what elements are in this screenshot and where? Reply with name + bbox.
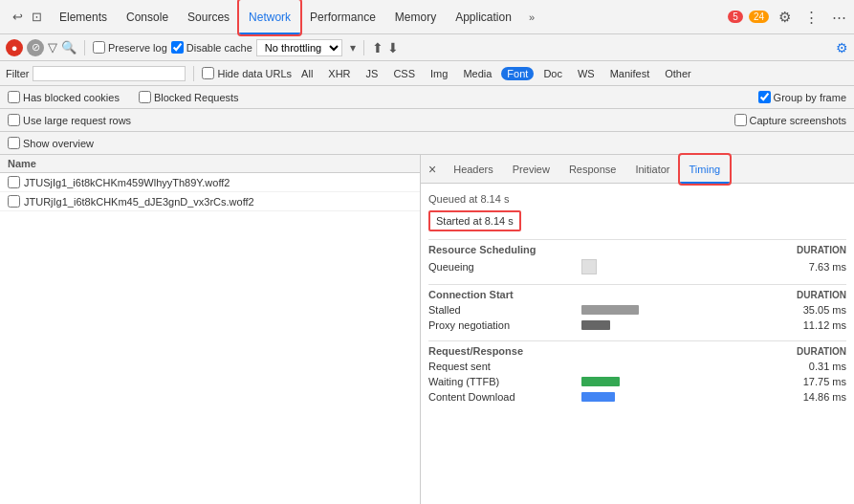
right-panel: × Headers Preview Response Initiator Tim…	[421, 155, 854, 504]
timing-row-ttfb: Waiting (TTFB) 17.75 ms	[428, 374, 846, 389]
filter-chip-css[interactable]: CSS	[387, 67, 421, 80]
tab-right-icons: 5 24 ⚙ ⋮ ⋯	[728, 9, 850, 26]
blocked-requests-input[interactable]	[139, 91, 151, 103]
back-icon[interactable]: ↩	[10, 10, 25, 25]
stop-button[interactable]: ⊘	[27, 39, 44, 56]
connection-start-header: Connection Start DURATION	[428, 284, 846, 302]
hide-data-urls-checkbox[interactable]: Hide data URLs	[202, 67, 292, 79]
group-by-frame-input[interactable]	[758, 91, 771, 103]
undock-icon[interactable]: ⋯	[828, 9, 850, 26]
request-name-1[interactable]: JTUSjIg1_i6t8kCHKm459WlhyyTh89Y.woff2	[24, 177, 230, 188]
separator-2	[363, 40, 364, 55]
export-icon[interactable]: ⬇	[387, 40, 399, 55]
download-bar-area	[581, 392, 789, 402]
throttle-down-icon: ▾	[350, 41, 356, 55]
ttfb-bar-area	[581, 377, 789, 386]
resource-scheduling-header: Resource Scheduling DURATION	[428, 239, 846, 257]
filter-chip-xhr[interactable]: XHR	[322, 67, 356, 80]
capture-screenshots-checkbox[interactable]: Capture screenshots	[734, 114, 847, 126]
download-bar	[581, 392, 615, 402]
request-name-2[interactable]: JTURjIg1_i6t8kCHKm45_dJE3gnD_vx3rCs.woff…	[24, 196, 254, 208]
filter-chip-other[interactable]: Other	[659, 67, 697, 80]
filter-chip-ws[interactable]: WS	[572, 67, 601, 80]
filter-chip-img[interactable]: Img	[425, 67, 453, 80]
filter-label: Filter	[6, 68, 29, 79]
queued-at-info: Queued at 8.14 s	[428, 191, 846, 207]
record-button[interactable]: ●	[6, 39, 23, 56]
more-icon[interactable]: ⋮	[800, 9, 822, 26]
options-row-2: Use large request rows Capture screensho…	[0, 109, 854, 132]
warning-badge: 24	[749, 11, 769, 23]
tab-response[interactable]: Response	[559, 155, 626, 184]
proxy-bar	[581, 320, 610, 330]
row-checkbox-2[interactable]	[8, 195, 20, 208]
filter-chip-js[interactable]: JS	[361, 67, 384, 80]
filter-chip-all[interactable]: All	[296, 67, 318, 80]
queueing-bar	[581, 259, 597, 274]
devtools-tabbar: ↩ ⊡ Elements Console Sources Network Per…	[0, 0, 854, 34]
queueing-bar-area	[581, 259, 789, 274]
tab-elements[interactable]: Elements	[50, 0, 117, 34]
options-row-1: Has blocked cookies Blocked Requests Gro…	[0, 86, 854, 109]
network-settings-icon[interactable]: ⚙	[836, 40, 848, 55]
hide-data-urls-input[interactable]	[202, 67, 214, 79]
disable-cache-input[interactable]	[171, 41, 184, 54]
stalled-bar-area	[581, 305, 789, 315]
tab-headers[interactable]: Headers	[444, 155, 503, 184]
group-by-frame-checkbox[interactable]: Group by frame	[758, 91, 846, 103]
ttfb-bar	[581, 377, 620, 386]
filter-chip-media[interactable]: Media	[457, 67, 497, 80]
tab-overflow[interactable]: »	[521, 11, 542, 23]
filter-chip-doc[interactable]: Doc	[537, 67, 568, 80]
timing-row-request-sent: Request sent 0.31 ms	[428, 359, 846, 374]
search-icon[interactable]: 🔍	[61, 40, 77, 55]
timing-row-stalled: Stalled 35.05 ms	[428, 302, 846, 318]
show-overview-input[interactable]	[8, 137, 20, 149]
forward-icon[interactable]: ⊡	[29, 10, 44, 25]
tab-sources[interactable]: Sources	[178, 0, 239, 34]
has-blocked-cookies-input[interactable]	[8, 91, 20, 103]
filter-chip-manifest[interactable]: Manifest	[604, 67, 656, 80]
filter-input[interactable]	[33, 66, 186, 81]
tab-network[interactable]: Network	[239, 0, 300, 34]
tab-memory[interactable]: Memory	[385, 0, 446, 34]
tab-icons: ↩ ⊡	[4, 10, 50, 25]
table-row[interactable]: JTUSjIg1_i6t8kCHKm459WlhyyTh89Y.woff2	[0, 173, 420, 192]
disable-cache-checkbox[interactable]: Disable cache	[171, 41, 252, 54]
tab-application[interactable]: Application	[446, 0, 521, 34]
blocked-requests-checkbox[interactable]: Blocked Requests	[139, 91, 239, 103]
table-row[interactable]: JTURjIg1_i6t8kCHKm45_dJE3gnD_vx3rCs.woff…	[0, 192, 420, 211]
use-large-rows-input[interactable]	[8, 114, 20, 126]
preserve-log-input[interactable]	[93, 41, 105, 54]
panel-tabs: × Headers Preview Response Initiator Tim…	[421, 155, 854, 184]
connection-start-section: Connection Start DURATION Stalled 35.05 …	[428, 284, 846, 333]
resource-scheduling-section: Resource Scheduling DURATION Queueing 7.…	[428, 239, 846, 276]
options-row-3: Show overview	[0, 132, 854, 155]
request-response-header: Request/Response DURATION	[428, 340, 846, 359]
network-toolbar: ● ⊘ ▽ 🔍 Preserve log Disable cache No th…	[0, 34, 854, 61]
tab-initiator[interactable]: Initiator	[625, 155, 679, 184]
request-response-section: Request/Response DURATION Request sent 0…	[428, 340, 846, 405]
started-at-info: Started at 8.14 s	[428, 210, 521, 231]
proxy-bar-area	[581, 320, 789, 330]
has-blocked-cookies-checkbox[interactable]: Has blocked cookies	[8, 91, 120, 103]
tab-console[interactable]: Console	[117, 0, 178, 34]
filter-chip-font[interactable]: Font	[501, 67, 534, 80]
left-panel: Name JTUSjIg1_i6t8kCHKm459WlhyyTh89Y.wof…	[0, 155, 421, 504]
import-icon[interactable]: ⬆	[372, 40, 383, 55]
tab-performance[interactable]: Performance	[300, 0, 385, 34]
row-checkbox-1[interactable]	[8, 176, 20, 188]
name-column-header: Name	[0, 155, 420, 173]
main-content: Name JTUSjIg1_i6t8kCHKm459WlhyyTh89Y.wof…	[0, 155, 854, 504]
tab-preview[interactable]: Preview	[503, 155, 559, 184]
show-overview-checkbox[interactable]: Show overview	[8, 137, 94, 149]
tab-timing[interactable]: Timing	[680, 155, 731, 184]
close-panel-button[interactable]: ×	[421, 162, 444, 177]
preserve-log-checkbox[interactable]: Preserve log	[93, 41, 167, 54]
use-large-rows-checkbox[interactable]: Use large request rows	[8, 114, 131, 126]
stalled-bar	[581, 305, 639, 315]
capture-screenshots-input[interactable]	[734, 114, 747, 126]
settings-icon[interactable]: ⚙	[775, 9, 795, 26]
throttle-select[interactable]: No throttling	[256, 39, 342, 56]
filter-icon[interactable]: ▽	[48, 40, 57, 55]
